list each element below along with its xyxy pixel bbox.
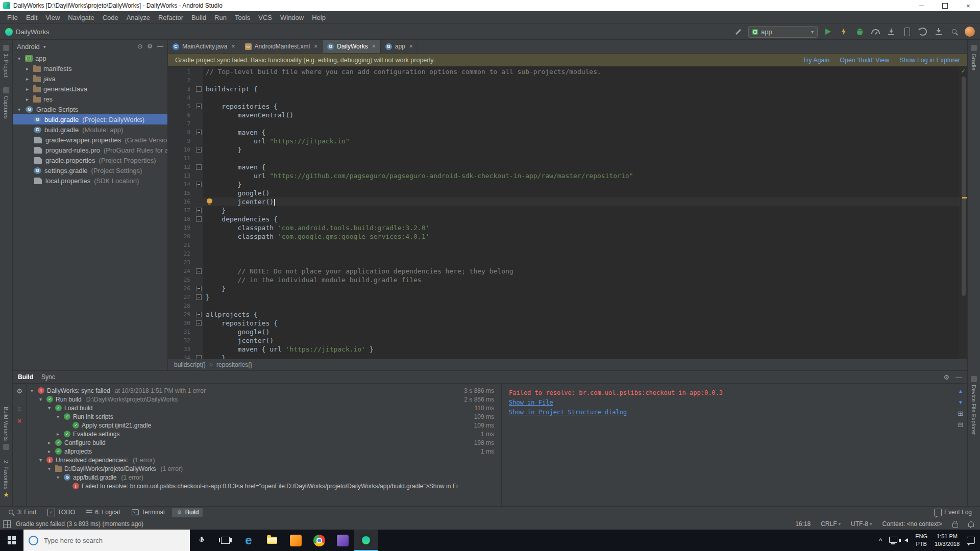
build-tree-item[interactable]: Failed to resolve: br.com.uol.pslibs:che… (27, 482, 501, 490)
menu-view[interactable]: View (41, 14, 64, 21)
minimize-button[interactable] (910, 0, 933, 11)
nav-project-name[interactable]: DailyWorks (16, 28, 50, 36)
line-separator-select[interactable]: CRLF▾ (821, 520, 841, 528)
project-tree-item-proguard-rules-pro[interactable]: proguard-rules.pro(ProGuard Rules for ap… (13, 145, 167, 155)
chevron-down-icon[interactable]: ▾ (37, 396, 44, 402)
breadcrumb-item-buildscript[interactable]: buildscript{} (174, 361, 206, 368)
menu-file[interactable]: File (3, 14, 22, 21)
build-tree-item[interactable]: ▾D:/DayliWorks/projeto/DailyWorks(1 erro… (27, 464, 501, 473)
project-tree-item-gradle-scripts[interactable]: ▾Gradle Scripts (13, 104, 167, 114)
fold-marker-icon[interactable] (194, 206, 203, 215)
menu-code[interactable]: Code (99, 14, 122, 21)
settings-gear-icon[interactable]: ⚙ (943, 373, 949, 381)
sdk-manager-button[interactable] (933, 26, 944, 37)
build-tree-item[interactable]: ▾app/build.gradle(1 error) (27, 473, 501, 482)
build-tree-item[interactable]: ▾DailyWorks: sync failedat 10/3/2018 1:5… (27, 386, 501, 395)
chevron-down-icon[interactable]: ▾ (55, 414, 61, 419)
avatar[interactable] (965, 27, 975, 37)
project-tree-item-gradle-wrapper-properties[interactable]: gradle-wrapper.properties(Gradle Version… (13, 135, 167, 145)
lock-icon[interactable] (952, 523, 958, 528)
menu-vcs[interactable]: VCS (254, 14, 276, 21)
build-tree-item[interactable]: ▸allprojects1 ms (27, 447, 501, 456)
edge-button[interactable]: e (237, 530, 260, 551)
inspections-ok-icon[interactable]: ✓ (961, 68, 966, 74)
editor-tab-mainactivity-java[interactable]: MainActivity.java× (168, 40, 240, 53)
edit-configurations-button[interactable] (732, 26, 744, 37)
run-button[interactable] (822, 26, 834, 37)
menu-help[interactable]: Help (308, 14, 330, 21)
settings-gear-icon[interactable]: ⚙ (147, 43, 153, 50)
menu-tools[interactable]: Tools (231, 14, 254, 21)
warning-stripe-mark[interactable] (962, 197, 967, 198)
chevron-down-icon[interactable]: ▾ (16, 56, 22, 61)
code-editor[interactable]: 1// Top-level build file where you can a… (168, 66, 960, 359)
tool-window-button-device-file-explorer[interactable]: Device File Explorer (971, 371, 977, 440)
build-panel-tab-sync[interactable]: Sync (41, 373, 55, 381)
fold-marker-icon[interactable] (194, 284, 203, 293)
close-button[interactable]: × (957, 0, 980, 11)
project-tree-item-build-gradle[interactable]: build.gradle(Module: app) (13, 124, 167, 135)
build-tree-item[interactable]: ▸Evaluate settings1 ms (27, 430, 501, 438)
build-tree-item[interactable]: ▾Run buildD:\DayliWorks\projeto\DailyWor… (27, 395, 501, 404)
editor-tab-app[interactable]: app× (381, 40, 418, 53)
chevron-down-icon[interactable]: ▾ (37, 457, 44, 463)
avd-manager-button[interactable] (901, 26, 913, 37)
fold-marker-icon[interactable] (194, 293, 203, 302)
chevron-down-icon[interactable]: ▾ (16, 107, 22, 112)
chevron-down-icon[interactable]: ▾ (29, 388, 35, 393)
menu-run[interactable]: Run (210, 14, 231, 21)
mic-button[interactable] (190, 530, 213, 551)
expand-all-icon[interactable]: ≡ (17, 406, 21, 412)
search-everywhere-button[interactable] (949, 26, 960, 37)
caret-position[interactable]: 16:18 (795, 520, 811, 528)
build-tree-item[interactable]: ▾Run init scripts109 ms (27, 412, 501, 421)
search-input[interactable] (43, 536, 185, 545)
chevron-right-icon[interactable]: ▸ (24, 96, 31, 102)
tool-window-button-gradle[interactable]: Gradle (971, 40, 977, 76)
tool-window-bar-3-find[interactable]: 3: Find (4, 508, 40, 517)
tool-window-bar-terminal[interactable]: >_Terminal (128, 508, 169, 517)
next-occurrence-icon[interactable]: ▼ (958, 399, 963, 406)
action-center-icon[interactable] (967, 537, 975, 544)
close-tab-icon[interactable]: × (372, 43, 376, 50)
chevron-right-icon[interactable]: ▸ (46, 448, 53, 454)
menu-navigate[interactable]: Navigate (64, 14, 98, 21)
fold-marker-icon[interactable] (194, 145, 203, 154)
project-tree-item-gradle-properties[interactable]: gradle.properties(Project Properties) (13, 155, 167, 165)
sync-gradle-button[interactable] (917, 26, 928, 37)
tool-window-bar-6-logcat[interactable]: 6: Logcat (82, 508, 124, 517)
chevron-right-icon[interactable]: ▸ (55, 431, 61, 437)
scrollbar-thumb[interactable] (962, 77, 966, 296)
fold-marker-icon[interactable] (194, 102, 203, 111)
prev-occurrence-icon[interactable]: ▲ (958, 388, 963, 394)
taskbar-search[interactable] (23, 530, 190, 551)
debug-button[interactable] (854, 26, 865, 37)
editor-scrollbar[interactable]: ✓ (960, 66, 967, 359)
banner-link-open-build-view[interactable]: Open 'Build' View (840, 57, 889, 64)
tool-window-button-captures[interactable]: Captures (3, 82, 9, 124)
fold-marker-icon[interactable] (194, 215, 203, 223)
fold-marker-icon[interactable] (194, 319, 203, 328)
project-tree-item-java[interactable]: ▸java (13, 73, 167, 84)
context-indicator[interactable]: Context: <no context> (883, 520, 942, 528)
file-explorer-button[interactable] (260, 530, 284, 551)
chevron-down-icon[interactable]: ▾ (46, 405, 53, 411)
banner-link-show-log-in-explorer[interactable]: Show Log in Explorer (899, 57, 960, 64)
apply-changes-button[interactable] (838, 26, 849, 37)
expand-nodes-icon[interactable]: ⊞ (958, 410, 964, 417)
tool-window-button-1-project[interactable]: 1: Project (3, 40, 9, 82)
tool-window-bar-event-log[interactable]: Event Log (930, 508, 976, 517)
chrome-button[interactable] (307, 530, 331, 551)
task-view-button[interactable] (213, 530, 237, 551)
purple-app-button[interactable] (331, 530, 354, 551)
project-tree-item-manifests[interactable]: ▸manifests (13, 63, 167, 73)
project-tree-item-settings-gradle[interactable]: settings.gradle(Project Settings) (13, 165, 167, 176)
tool-window-bar-build[interactable]: Build (172, 508, 203, 517)
menu-build[interactable]: Build (187, 14, 210, 21)
build-tree-item[interactable]: ▾Unresolved dependencies:(1 error) (27, 456, 501, 464)
breadcrumb-item-repositories[interactable]: repositories{} (216, 361, 252, 368)
editor-tab-androidmanifest-xml[interactable]: AndroidManifest.xml× (240, 40, 323, 53)
project-tree-item-build-gradle[interactable]: build.gradle(Project: DailyWorks) (13, 114, 167, 124)
output-link-show-in-file[interactable]: Show in File (509, 398, 553, 408)
tool-window-toggle-icon[interactable] (3, 520, 11, 528)
